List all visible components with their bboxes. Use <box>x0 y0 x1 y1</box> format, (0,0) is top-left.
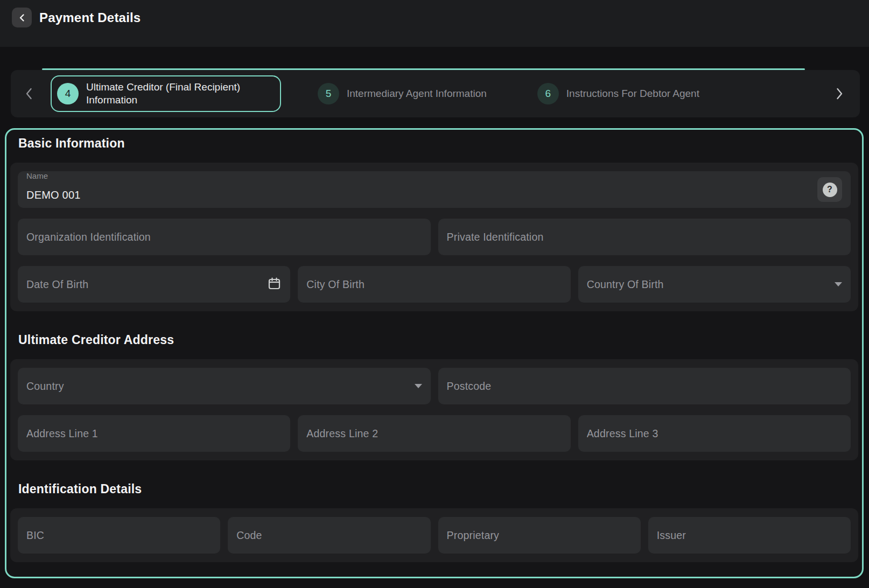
ultimate-creditor-address-group <box>10 359 858 460</box>
address-line-3-field[interactable] <box>578 415 851 452</box>
postcode-field[interactable] <box>438 368 851 404</box>
date-of-birth-field[interactable] <box>18 266 290 303</box>
chevron-left-icon <box>18 13 26 22</box>
chevron-right-icon <box>833 87 845 101</box>
caret-down-icon <box>835 282 842 286</box>
private-identification-input[interactable] <box>447 231 843 243</box>
page-title: Payment Details <box>39 10 141 25</box>
issuer-field[interactable] <box>648 517 851 554</box>
name-field-label: Name <box>26 171 817 180</box>
step-4-number-badge: 4 <box>57 83 79 104</box>
organization-identification-field[interactable] <box>18 219 431 255</box>
date-of-birth-input[interactable] <box>26 278 261 291</box>
calendar-icon[interactable] <box>267 276 282 293</box>
city-of-birth-field[interactable] <box>298 266 570 303</box>
bic-input[interactable] <box>26 529 212 542</box>
address-line-2-field[interactable] <box>298 415 570 452</box>
step-5-label: Intermediary Agent Information <box>347 88 487 100</box>
postcode-input[interactable] <box>447 380 843 393</box>
country-of-birth-field[interactable] <box>578 266 851 303</box>
address-line-2-input[interactable] <box>306 428 562 440</box>
stepper-next-button[interactable] <box>828 78 851 110</box>
header-bar: Payment Details <box>0 0 869 47</box>
proprietary-input[interactable] <box>447 529 632 542</box>
chevron-left-icon <box>23 87 35 101</box>
step-5-number-badge: 5 <box>318 83 339 104</box>
address-line-3-input[interactable] <box>587 428 842 440</box>
form-panel: Basic Information Name ? <box>5 128 864 578</box>
step-tab-4-ultimate-creditor[interactable]: 4 Ultimate Creditor (Final Recipient) In… <box>51 75 281 112</box>
bic-field[interactable] <box>18 517 220 554</box>
step-6-number-badge: 6 <box>537 83 559 104</box>
organization-identification-input[interactable] <box>26 231 422 243</box>
stepper-prev-button[interactable] <box>17 78 41 110</box>
step-tab-5-intermediary-agent[interactable]: 5 Intermediary Agent Information <box>318 83 487 104</box>
country-of-birth-select[interactable] <box>587 278 828 291</box>
address-line-1-input[interactable] <box>26 428 282 440</box>
back-button[interactable] <box>12 8 32 27</box>
city-of-birth-input[interactable] <box>306 278 562 291</box>
step-tab-6-instructions-debtor-agent[interactable]: 6 Instructions For Debtor Agent <box>537 83 699 104</box>
name-field[interactable]: Name ? <box>18 171 851 208</box>
code-input[interactable] <box>236 529 422 542</box>
basic-information-heading: Basic Information <box>18 136 862 151</box>
basic-information-group: Name ? <box>10 163 858 311</box>
step-6-label: Instructions For Debtor Agent <box>566 88 699 100</box>
help-icon: ? <box>823 183 837 197</box>
identification-details-group <box>10 508 858 562</box>
ultimate-creditor-address-heading: Ultimate Creditor Address <box>18 333 862 347</box>
stepper: 4 Ultimate Creditor (Final Recipient) In… <box>11 70 860 117</box>
name-input[interactable] <box>26 182 817 208</box>
name-help-button[interactable]: ? <box>817 177 842 202</box>
country-field[interactable] <box>18 368 431 404</box>
proprietary-field[interactable] <box>438 517 641 554</box>
country-select[interactable] <box>26 380 408 393</box>
issuer-input[interactable] <box>657 529 842 542</box>
private-identification-field[interactable] <box>438 219 851 255</box>
identification-details-heading: Identification Details <box>18 482 862 496</box>
address-line-1-field[interactable] <box>18 415 290 452</box>
step-4-label: Ultimate Creditor (Final Recipient) Info… <box>86 81 269 107</box>
code-field[interactable] <box>228 517 430 554</box>
caret-down-icon <box>415 384 422 388</box>
